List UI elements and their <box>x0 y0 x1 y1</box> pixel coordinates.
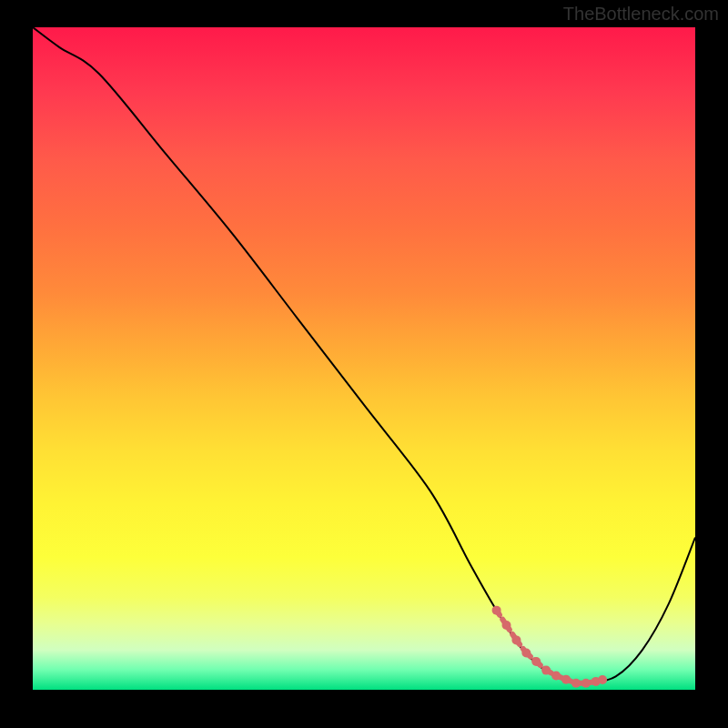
highlight-dot <box>492 606 501 615</box>
bottleneck-curve <box>33 27 695 684</box>
highlight-dot <box>598 675 607 684</box>
chart-svg <box>33 27 695 690</box>
highlight-dot <box>531 657 541 666</box>
highlight-dot <box>511 635 521 644</box>
highlight-dot <box>541 666 551 675</box>
highlight-dot <box>571 679 581 688</box>
highlight-dot <box>502 621 511 630</box>
watermark-text: TheBottleneck.com <box>563 4 719 25</box>
highlight-dot <box>551 672 561 681</box>
plot-area <box>33 27 695 690</box>
highlight-dot <box>581 679 591 688</box>
highlight-dot <box>561 675 571 684</box>
highlight-group <box>492 606 607 688</box>
highlight-dot <box>521 649 531 658</box>
